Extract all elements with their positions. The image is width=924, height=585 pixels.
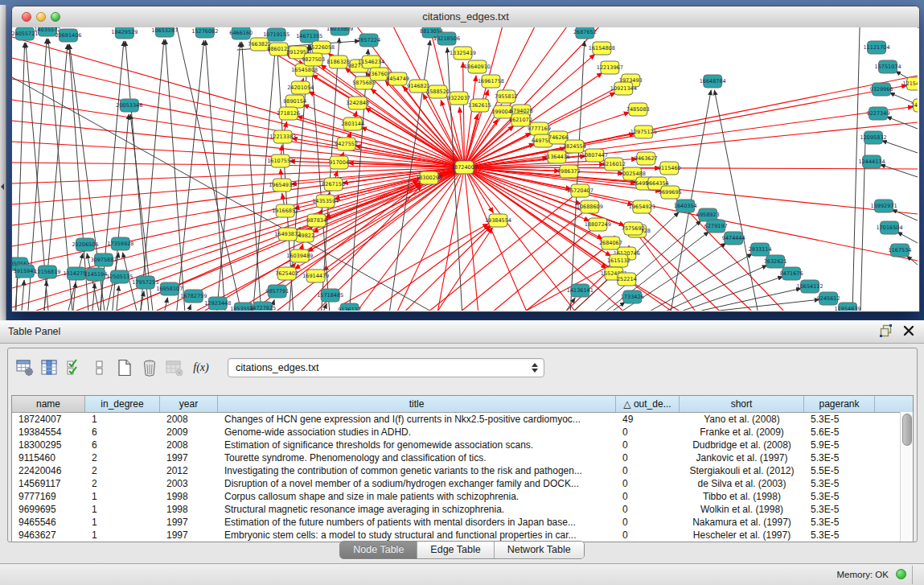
table-cell[interactable]: 1 xyxy=(85,516,160,529)
network-canvas[interactable]: 1872400718300295193845542405572114035572… xyxy=(12,27,918,311)
table-row[interactable]: 1830029562008Estimation of significance … xyxy=(12,439,913,451)
table-cell[interactable]: 2009 xyxy=(160,426,218,439)
graph-node[interactable]: 25226058 xyxy=(308,41,335,54)
graph-node[interactable]: 19654923 xyxy=(629,200,655,213)
table-row[interactable]: 2242004622012Investigating the contribut… xyxy=(12,464,913,477)
graph-node[interactable]: 9890154 xyxy=(283,95,306,108)
graph-node[interactable]: 3824554 xyxy=(563,140,586,153)
float-panel-icon[interactable] xyxy=(880,324,893,340)
show-columns-button[interactable] xyxy=(64,358,84,378)
graph-node[interactable]: 1615132 xyxy=(607,254,630,267)
table-cell[interactable]: Corpus callosum shape and size in male p… xyxy=(218,490,616,503)
graph-node[interactable]: 9136137 xyxy=(338,303,361,311)
graph-node[interactable]: 20053346 xyxy=(116,99,142,112)
table-cell[interactable]: 5.5E-5 xyxy=(804,464,875,477)
table-cell[interactable]: 5.3E-5 xyxy=(804,477,875,490)
table-cell[interactable]: 9465546 xyxy=(12,516,85,529)
table-scrollbar-thumb[interactable] xyxy=(902,414,912,446)
graph-node[interactable]: 16961758 xyxy=(478,75,504,88)
column-header-outde[interactable]: △ out_de... xyxy=(616,396,680,412)
graph-node[interactable]: 9463627 xyxy=(634,152,658,165)
graph-node[interactable]: 30975887 xyxy=(90,253,117,266)
graph-node[interactable]: 917004 xyxy=(329,156,349,169)
select-columns-button[interactable] xyxy=(39,358,60,378)
graph-node[interactable]: 7955812 xyxy=(495,90,518,103)
table-cell[interactable]: 5.3E-5 xyxy=(804,490,875,503)
table-cell[interactable]: 9115460 xyxy=(12,451,85,464)
table-row[interactable]: 911546021997Tourette syndrome. Phenomeno… xyxy=(12,451,913,464)
graph-node[interactable]: 11954639 xyxy=(835,303,861,311)
table-cell[interactable]: 5.6E-5 xyxy=(804,426,875,439)
graph-node[interactable]: 7575692 xyxy=(622,222,645,235)
graph-node[interactable]: 16958107 xyxy=(156,282,183,295)
graph-node[interactable]: 15720407 xyxy=(567,184,593,197)
table-cell[interactable]: 0 xyxy=(616,426,680,439)
graph-node[interactable]: 8454749 xyxy=(386,72,409,85)
table-cell[interactable]: Genome-wide association studies in ADHD. xyxy=(218,426,616,439)
graph-node[interactable]: 1621072 xyxy=(509,113,532,126)
table-row[interactable]: 969969511998Structural magnetic resonanc… xyxy=(12,503,913,516)
table-cell[interactable]: Franke et al. (2009) xyxy=(680,426,804,439)
graph-node[interactable]: 2718126 xyxy=(277,107,300,120)
graph-node[interactable]: 12213967 xyxy=(597,61,623,74)
graph-node[interactable]: 16033809 xyxy=(326,27,353,35)
table-cell[interactable]: 1998 xyxy=(160,490,218,503)
graph-node[interactable]: 1362615 xyxy=(468,99,491,112)
graph-node[interactable]: 17016504 xyxy=(877,221,903,234)
column-header-indegree[interactable]: in_degree xyxy=(85,396,160,412)
collapse-arrow-icon[interactable] xyxy=(1,183,4,190)
graph-node[interactable]: 3915941 xyxy=(14,265,37,278)
table-cell[interactable]: Changes of HCN gene expression and I(f) … xyxy=(218,413,616,426)
graph-node[interactable]: 12923448 xyxy=(204,297,231,310)
graph-node[interactable]: 9827503 xyxy=(302,53,325,66)
graph-node[interactable]: 252214 xyxy=(617,273,637,286)
graph-node[interactable]: 10654112 xyxy=(797,280,823,293)
table-cell[interactable]: Investigating the contribution of common… xyxy=(218,464,616,477)
graph-node[interactable]: 19166852 xyxy=(272,204,298,217)
table-cell[interactable]: 0 xyxy=(616,477,680,490)
table-cell[interactable]: 9699695 xyxy=(12,503,85,516)
table-cell[interactable]: Dudbridge et al. (2008) xyxy=(680,439,804,451)
graph-node[interactable]: 1588520 xyxy=(426,85,450,98)
graph-node[interactable]: 8186328 xyxy=(326,56,350,68)
table-cell[interactable]: 1998 xyxy=(160,503,218,516)
graph-node[interactable]: 6279197 xyxy=(704,220,728,233)
graph-node[interactable]: 10688609 xyxy=(577,200,603,213)
table-cell[interactable]: 22420046 xyxy=(12,464,85,477)
graph-node[interactable]: 6466160 xyxy=(229,27,253,39)
graph-node[interactable]: 12156819 xyxy=(34,266,60,278)
column-header-name[interactable]: name xyxy=(12,396,85,412)
graph-node[interactable]: 1733426 xyxy=(621,290,644,303)
table-row[interactable]: 946362711997Embryonic stem cells: a mode… xyxy=(12,529,913,542)
graph-node[interactable]: 9474444 xyxy=(722,232,745,245)
delete-table-button[interactable] xyxy=(164,358,184,378)
table-cell[interactable]: 0 xyxy=(616,503,680,516)
graph-node[interactable]: 7986372 xyxy=(557,165,581,178)
graph-node[interactable]: 11546234 xyxy=(358,56,384,68)
table-cell[interactable]: 2008 xyxy=(160,413,218,426)
table-mode-button[interactable] xyxy=(14,358,35,378)
table-cell[interactable]: Estimation of the future numbers of pati… xyxy=(218,516,616,529)
graph-node[interactable]: 16648784 xyxy=(700,75,726,88)
graph-node[interactable]: 2687652 xyxy=(573,27,597,39)
table-cell[interactable]: 1 xyxy=(85,503,160,516)
graph-node[interactable]: 2933114 xyxy=(749,243,772,256)
graph-node[interactable]: 13325419 xyxy=(450,47,476,60)
table-cell[interactable]: Wolkin et al. (1998) xyxy=(680,503,804,516)
column-header-short[interactable]: short xyxy=(680,396,804,412)
graph-node[interactable]: 16782759 xyxy=(180,290,207,303)
table-cell[interactable]: 5.3E-5 xyxy=(804,529,875,542)
graph-node[interactable]: 1145194 xyxy=(84,268,107,281)
table-cell[interactable]: 1 xyxy=(85,529,160,542)
table-cell[interactable]: Tourette syndrome. Phenomenology and cla… xyxy=(218,451,616,464)
graph-node[interactable]: 1640354 xyxy=(674,200,697,212)
graph-node[interactable]: 8471676 xyxy=(780,267,803,280)
tab-edge-table[interactable]: Edge Table xyxy=(417,542,494,558)
graph-node[interactable]: 7485083 xyxy=(626,103,650,116)
table-cell[interactable]: 14569117 xyxy=(12,477,85,490)
graph-node[interactable]: 2803144 xyxy=(341,117,364,130)
graph-node[interactable]: 6216012 xyxy=(602,158,626,171)
table-cell[interactable]: 2012 xyxy=(160,464,218,477)
graph-node[interactable]: 7857224 xyxy=(357,34,380,47)
table-cell[interactable]: 0 xyxy=(616,464,680,477)
